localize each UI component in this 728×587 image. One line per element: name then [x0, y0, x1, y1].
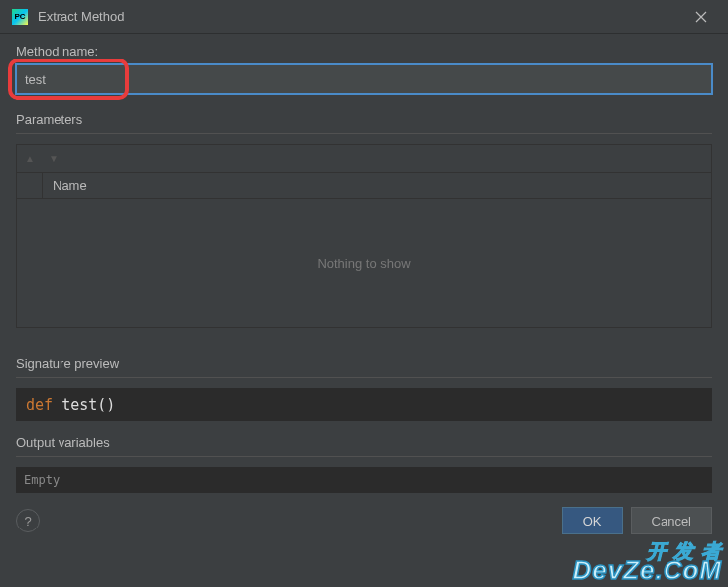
parameters-toolbar: ▲ ▼: [16, 144, 712, 172]
empty-placeholder: Nothing to show: [317, 256, 410, 271]
pycharm-icon: PC: [12, 9, 28, 25]
move-down-icon[interactable]: ▼: [49, 153, 59, 164]
close-button[interactable]: [686, 2, 716, 32]
output-variables-label: Output variables: [16, 435, 712, 450]
name-column-header: Name: [43, 178, 97, 193]
window-title: Extract Method: [38, 9, 686, 24]
help-button[interactable]: ?: [16, 509, 40, 532]
title-bar: PC Extract Method: [0, 0, 728, 34]
help-icon: ?: [24, 514, 31, 528]
parentheses: (): [97, 396, 115, 413]
signature-preview: def test(): [16, 388, 712, 421]
output-variables-box: Empty: [16, 467, 712, 493]
separator: [16, 133, 712, 134]
parameters-table-header: Name: [16, 172, 712, 199]
checkbox-column: [17, 173, 43, 198]
function-name: test: [61, 396, 97, 413]
output-variables-value: Empty: [24, 473, 60, 487]
watermark-line2: DevZe.CoM: [572, 555, 722, 585]
ok-button[interactable]: OK: [562, 507, 623, 534]
separator: [16, 456, 712, 457]
dialog-footer: ? OK Cancel: [0, 507, 728, 546]
parameters-table-body: Nothing to show: [16, 199, 712, 328]
method-name-input[interactable]: [16, 64, 712, 94]
move-up-icon[interactable]: ▲: [25, 153, 35, 164]
method-name-label: Method name:: [16, 44, 712, 59]
cancel-button[interactable]: Cancel: [631, 507, 712, 534]
close-icon: [695, 11, 707, 23]
parameters-label: Parameters: [16, 112, 712, 127]
separator: [16, 377, 712, 378]
watermark: 开 发 者 DevZe.CoM: [572, 541, 722, 583]
signature-preview-label: Signature preview: [16, 356, 712, 371]
keyword-def: def: [26, 396, 53, 413]
